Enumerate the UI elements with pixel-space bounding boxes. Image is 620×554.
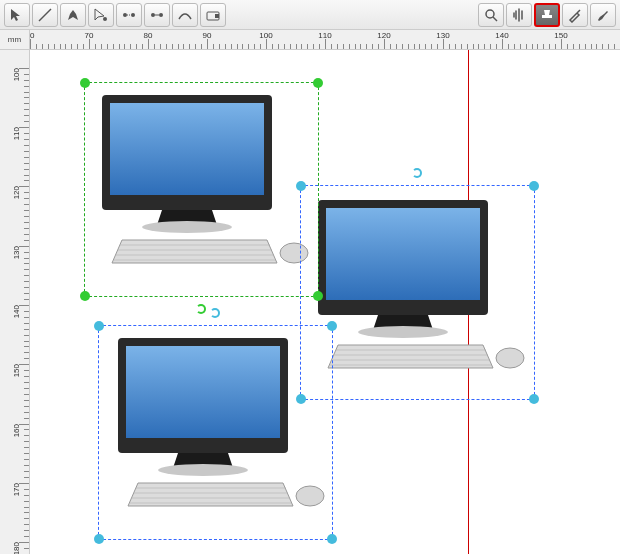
selection-handle[interactable] — [529, 394, 539, 404]
ruler-v-label: 160 — [12, 424, 21, 437]
ruler-v-label: 120 — [12, 186, 21, 199]
computer-object[interactable] — [92, 95, 312, 274]
selection-handle[interactable] — [327, 534, 337, 544]
ruler-h-label: 60 — [30, 31, 34, 40]
ruler-horizontal[interactable]: 60708090100110120130140150 — [30, 30, 620, 50]
wallet-tool-icon[interactable] — [200, 3, 226, 27]
toolbar — [0, 0, 620, 30]
selection-handle[interactable] — [529, 181, 539, 191]
ruler-h-label: 140 — [495, 31, 508, 40]
node-tool-icon[interactable] — [88, 3, 114, 27]
pen-tool-icon[interactable] — [60, 3, 86, 27]
ruler-v-label: 100 — [12, 68, 21, 81]
ruler-h-label: 120 — [377, 31, 390, 40]
ruler-h-label: 130 — [436, 31, 449, 40]
canvas[interactable] — [30, 50, 620, 554]
ruler-v-label: 140 — [12, 305, 21, 318]
selection-handle[interactable] — [80, 291, 90, 301]
ruler-h-label: 100 — [259, 31, 272, 40]
ruler-unit-label: mm — [0, 30, 30, 50]
stamp-tool-icon[interactable] — [534, 3, 560, 27]
eyedropper-tool-icon[interactable] — [562, 3, 588, 27]
selection-handle[interactable] — [94, 321, 104, 331]
ruler-h-label: 150 — [554, 31, 567, 40]
selection-handle[interactable] — [313, 78, 323, 88]
ruler-h-label: 90 — [203, 31, 212, 40]
rotation-handle[interactable] — [412, 168, 422, 178]
ruler-h-label: 80 — [144, 31, 153, 40]
zoom-tool-icon[interactable] — [478, 3, 504, 27]
brush-tool-icon[interactable] — [590, 3, 616, 27]
rotation-handle[interactable] — [210, 308, 220, 318]
toolbar-left-group — [4, 3, 226, 27]
convert-curve-icon[interactable] — [172, 3, 198, 27]
line-tool-icon[interactable] — [32, 3, 58, 27]
ruler-vertical[interactable]: 100110120130140150160170180 — [0, 50, 30, 554]
break-node-icon[interactable] — [116, 3, 142, 27]
ruler-v-label: 170 — [12, 483, 21, 496]
computer-object[interactable] — [108, 338, 328, 517]
join-node-icon[interactable] — [144, 3, 170, 27]
ruler-v-label: 150 — [12, 364, 21, 377]
ruler-v-label: 180 — [12, 542, 21, 554]
select-tool-icon[interactable] — [4, 3, 30, 27]
rotation-handle[interactable] — [196, 304, 206, 314]
ruler-v-label: 110 — [12, 127, 21, 140]
ruler-v-label: 130 — [12, 246, 21, 259]
computer-object[interactable] — [308, 200, 528, 379]
selection-handle[interactable] — [94, 534, 104, 544]
ruler-h-label: 70 — [85, 31, 94, 40]
ruler-h-label: 110 — [318, 31, 331, 40]
selection-handle[interactable] — [80, 78, 90, 88]
toolbar-right-group — [478, 3, 616, 27]
pan-tool-icon[interactable] — [506, 3, 532, 27]
